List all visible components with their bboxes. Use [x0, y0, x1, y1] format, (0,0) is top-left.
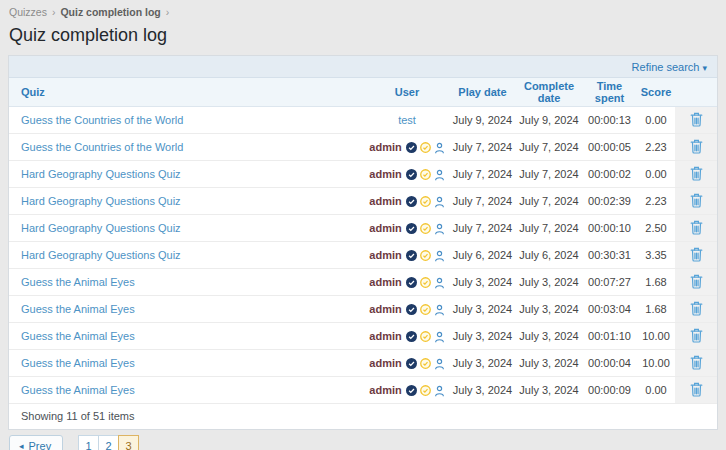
complete-date-cell: July 6, 2024: [516, 242, 582, 269]
page-button-1[interactable]: 1: [78, 435, 99, 450]
page-buttons: 123: [78, 435, 139, 450]
gold-badge-icon: [420, 277, 431, 289]
user-profile-icon[interactable]: [434, 385, 445, 397]
delete-row-button[interactable]: [690, 166, 703, 183]
time-spent-cell: 00:07:27: [582, 269, 637, 296]
column-header-complete-date: Complete date: [516, 78, 582, 107]
user-link[interactable]: admin: [369, 357, 401, 369]
breadcrumb-separator: ›: [166, 6, 170, 18]
quiz-link[interactable]: Guess the Countries of the World: [21, 114, 183, 126]
complete-date-cell: July 9, 2024: [516, 107, 582, 134]
quiz-link[interactable]: Hard Geography Questions Quiz: [21, 222, 181, 234]
score-cell: 3.35: [637, 242, 675, 269]
user-link[interactable]: admin: [369, 141, 401, 153]
gold-badge-icon: [420, 385, 431, 397]
delete-row-button[interactable]: [690, 274, 703, 291]
quiz-link[interactable]: Guess the Animal Eyes: [21, 384, 135, 396]
complete-date-cell: July 3, 2024: [516, 350, 582, 377]
user-badges: [406, 196, 445, 208]
column-header-play-date: Play date: [449, 78, 516, 107]
user-link[interactable]: test: [398, 114, 416, 126]
gold-badge-icon: [420, 250, 431, 262]
play-date-cell: July 7, 2024: [449, 134, 516, 161]
trash-icon: [690, 247, 703, 264]
user-profile-icon[interactable]: [434, 331, 445, 343]
table-row: Guess the Animal Eyes admin July 3, 2024…: [9, 269, 717, 296]
user-profile-icon[interactable]: [434, 358, 445, 370]
table-row: Guess the Animal Eyes admin July 3, 2024…: [9, 323, 717, 350]
delete-row-button[interactable]: [690, 193, 703, 210]
delete-row-button[interactable]: [690, 355, 703, 372]
complete-date-cell: July 3, 2024: [516, 269, 582, 296]
gold-badge-icon: [420, 331, 431, 343]
trash-icon: [690, 328, 703, 345]
user-profile-icon[interactable]: [434, 169, 445, 181]
user-link[interactable]: admin: [369, 330, 401, 342]
user-link[interactable]: admin: [369, 276, 401, 288]
user-link[interactable]: admin: [369, 303, 401, 315]
play-date-cell: July 9, 2024: [449, 107, 516, 134]
score-cell: 1.68: [637, 269, 675, 296]
user-link[interactable]: admin: [369, 195, 401, 207]
complete-date-cell: July 3, 2024: [516, 296, 582, 323]
trash-icon: [690, 355, 703, 372]
time-spent-cell: 00:02:39: [582, 188, 637, 215]
score-cell: 10.00: [637, 323, 675, 350]
quiz-link[interactable]: Hard Geography Questions Quiz: [21, 168, 181, 180]
page-button-3[interactable]: 3: [118, 435, 139, 450]
play-date-cell: July 7, 2024: [449, 188, 516, 215]
score-cell: 2.23: [637, 188, 675, 215]
verified-badge-icon: [406, 223, 417, 235]
user-badges: [406, 277, 445, 289]
delete-row-button[interactable]: [690, 112, 703, 129]
page-button-2[interactable]: 2: [98, 435, 119, 450]
delete-row-button[interactable]: [690, 328, 703, 345]
column-header-time-spent: Time spent: [582, 78, 637, 107]
verified-badge-icon: [406, 331, 417, 343]
table-toolbar: Refine search▾: [9, 56, 717, 78]
user-profile-icon[interactable]: [434, 223, 445, 235]
user-link[interactable]: admin: [369, 384, 401, 396]
column-header-quiz: Quiz: [9, 78, 365, 107]
table-row: Guess the Animal Eyes admin July 3, 2024…: [9, 350, 717, 377]
play-date-cell: July 7, 2024: [449, 215, 516, 242]
delete-row-button[interactable]: [690, 139, 703, 156]
score-cell: 10.00: [637, 350, 675, 377]
delete-row-button[interactable]: [690, 247, 703, 264]
trash-icon: [690, 274, 703, 291]
score-cell: 2.50: [637, 215, 675, 242]
quiz-link[interactable]: Guess the Animal Eyes: [21, 357, 135, 369]
refine-search-link[interactable]: Refine search▾: [632, 61, 707, 73]
quiz-link[interactable]: Guess the Animal Eyes: [21, 303, 135, 315]
delete-row-button[interactable]: [690, 382, 703, 399]
user-badges: [406, 358, 445, 370]
play-date-cell: July 3, 2024: [449, 323, 516, 350]
user-link[interactable]: admin: [369, 249, 401, 261]
prev-button[interactable]: ◂Prev: [9, 435, 63, 450]
play-date-cell: July 7, 2024: [449, 161, 516, 188]
breadcrumb-link-quizzes[interactable]: Quizzes: [9, 6, 47, 18]
quiz-link[interactable]: Guess the Animal Eyes: [21, 330, 135, 342]
user-profile-icon[interactable]: [434, 250, 445, 262]
page-title: Quiz completion log: [8, 25, 718, 46]
complete-date-cell: July 3, 2024: [516, 323, 582, 350]
user-badges: [406, 304, 445, 316]
delete-row-button[interactable]: [690, 220, 703, 237]
quiz-link[interactable]: Hard Geography Questions Quiz: [21, 249, 181, 261]
quiz-link[interactable]: Hard Geography Questions Quiz: [21, 195, 181, 207]
delete-row-button[interactable]: [690, 301, 703, 318]
user-profile-icon[interactable]: [434, 142, 445, 154]
table-row: Hard Geography Questions Quiz admin July…: [9, 242, 717, 269]
quiz-link[interactable]: Guess the Animal Eyes: [21, 276, 135, 288]
user-profile-icon[interactable]: [434, 196, 445, 208]
verified-badge-icon: [406, 250, 417, 262]
play-date-cell: July 3, 2024: [449, 296, 516, 323]
prev-arrow-icon: ◂: [19, 441, 24, 450]
table-row: Guess the Countries of the World test Ju…: [9, 107, 717, 134]
quiz-link[interactable]: Guess the Countries of the World: [21, 141, 183, 153]
user-link[interactable]: admin: [369, 168, 401, 180]
user-profile-icon[interactable]: [434, 277, 445, 289]
user-link[interactable]: admin: [369, 222, 401, 234]
user-badges: [406, 223, 445, 235]
user-profile-icon[interactable]: [434, 304, 445, 316]
